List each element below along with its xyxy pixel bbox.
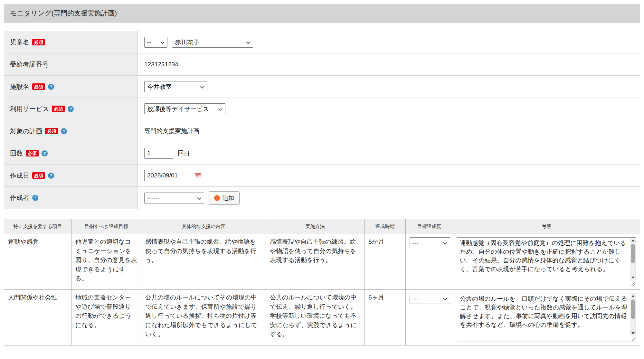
target-plan-value: 専門的支援実施計画 <box>144 127 199 135</box>
count-label: 回数 <box>10 149 23 158</box>
help-icon[interactable]: ? <box>32 195 38 201</box>
facility-select-wrap: 今井教室 <box>144 81 207 92</box>
scroll-up-button[interactable] <box>630 293 636 299</box>
plus-icon: + <box>214 195 220 201</box>
add-creator-button[interactable]: + 追加 <box>209 191 240 205</box>
scroll-down-button[interactable] <box>630 331 636 336</box>
child-name-select[interactable]: 赤川花子 <box>172 37 253 47</box>
help-icon[interactable]: ? <box>42 150 48 156</box>
target-plan-label-cell: 対象の計画 必須 ? <box>4 120 138 142</box>
help-icon[interactable]: ? <box>48 173 54 179</box>
created-date-input[interactable]: 2025/09/01 <box>144 170 204 181</box>
consideration-textarea[interactable]: 公共の場のルールを、口頭だけでなく実際にその場で伝えることで、視覚や聴覚といった… <box>457 293 636 342</box>
count-suffix: 回目 <box>178 149 190 157</box>
creator-label-cell: 作成者 ? <box>4 187 138 209</box>
child-number-select-wrap: -- <box>144 37 167 48</box>
created-date-label-cell: 作成日 必須 ? <box>4 165 138 186</box>
creator-select[interactable]: ------ <box>145 193 204 203</box>
scrollbar[interactable] <box>630 293 636 336</box>
calendar-icon[interactable] <box>195 172 201 179</box>
cert-number-label: 受給者証番号 <box>10 60 49 69</box>
header-period: 達成時期 <box>365 219 406 234</box>
header-consideration: 考察 <box>453 219 640 234</box>
table-row: 人間関係や社会性 地域の支援センターや遊び場で普段通りの行動ができるようになる。… <box>4 290 640 345</box>
cell-support-content: 感情表現や自己主張の練習。絵や物語を使って自分の気持ちを表現する活動を行う。 <box>141 234 266 290</box>
child-name-label-cell: 児童名 必須 <box>4 31 138 53</box>
support-plan-table: 特に支援を要する項目 目指すべき達成目標 具体的な支援の内容 実施方法 達成時期… <box>4 219 640 345</box>
header-support-content: 具体的な支援の内容 <box>141 219 266 234</box>
form-row-facility: 施設名 必須 ? 今井教室 <box>4 76 640 98</box>
cell-support-content: 公共の場のルールについてその環境の中で伝えていきます。保育所や施設で繰り返し行っ… <box>141 290 266 345</box>
target-plan-value-cell: 専門的支援実施計画 <box>138 120 640 142</box>
facility-select[interactable]: 今井教室 <box>145 81 207 92</box>
header-method: 実施方法 <box>266 219 365 234</box>
add-creator-label: 追加 <box>223 194 234 202</box>
scroll-down-button[interactable] <box>630 275 636 280</box>
header-goal: 目指すべき達成目標 <box>71 219 141 234</box>
scrollbar[interactable] <box>630 238 636 280</box>
cell-goal: 地域の支援センターや遊び場で普段通りの行動ができるようになる。 <box>71 290 141 345</box>
form-row-count: 回数 必須 ? 回目 <box>4 142 640 165</box>
consideration-textarea[interactable]: 運動感覚（固有受容覚や前庭覚）の処理に困難を抱えているため、自分の体の位置や動き… <box>457 237 636 286</box>
resize-grip-icon[interactable] <box>630 281 635 286</box>
consideration-text: 公共の場のルールを、口頭だけでなく実際にその場で伝えることで、視覚や聴覚といった… <box>460 295 628 340</box>
help-icon[interactable]: ? <box>68 106 74 112</box>
form-row-child-name: 児童名 必須 -- 赤川花子 <box>4 31 640 53</box>
count-label-cell: 回数 必須 ? <box>4 142 138 164</box>
scrollbar-thumb[interactable] <box>631 244 635 263</box>
help-icon[interactable]: ? <box>61 128 67 134</box>
service-select-wrap: 放課後等デイサービス <box>144 103 225 114</box>
cell-support-item: 人間関係や社会性 <box>4 290 71 345</box>
service-label-cell: 利用サービス 必須 ? <box>4 98 138 120</box>
form-row-service: 利用サービス 必須 ? 放課後等デイサービス <box>4 98 640 120</box>
form-row-cert-number: 受給者証番号 1231231234 <box>4 53 640 76</box>
required-badge: 必須 <box>32 39 45 45</box>
required-badge: 必須 <box>32 83 45 90</box>
cert-number-value-cell: 1231231234 <box>138 53 640 75</box>
service-select[interactable]: 放課後等デイサービス <box>145 104 225 114</box>
cell-support-item: 運動や感覚 <box>4 234 71 290</box>
page-title: モニタリング(専門的支援実施計画) <box>10 9 117 18</box>
scrollbar-track[interactable] <box>630 243 636 275</box>
resize-grip-icon[interactable] <box>630 336 635 341</box>
cell-period: 6か月 <box>365 234 406 290</box>
facility-label: 施設名 <box>10 82 29 91</box>
child-name-label: 児童名 <box>10 38 29 47</box>
scrollbar-track[interactable] <box>630 299 636 331</box>
table-header-row: 特に支援を要する項目 目指すべき達成目標 具体的な支援の内容 実施方法 達成時期… <box>4 219 640 234</box>
cert-number-value: 1231231234 <box>144 61 178 68</box>
created-date-value: 2025/09/01 <box>147 172 178 179</box>
achievement-select[interactable]: --- <box>410 238 450 248</box>
child-number-select[interactable]: -- <box>145 37 167 47</box>
achievement-select[interactable]: --- <box>410 293 450 304</box>
cell-consideration: 運動感覚（固有受容覚や前庭覚）の処理に困難を抱えているため、自分の体の位置や動き… <box>453 234 640 290</box>
form-row-created-date: 作成日 必須 ? 2025/09/01 <box>4 165 640 187</box>
consideration-text: 運動感覚（固有受容覚や前庭覚）の処理に困難を抱えているため、自分の体の位置や動き… <box>460 239 628 285</box>
created-date-label: 作成日 <box>10 171 29 180</box>
required-badge: 必須 <box>26 150 39 156</box>
header-support-item: 特に支援を要する項目 <box>4 219 71 234</box>
creator-value-cell: ------ + 追加 <box>138 187 640 209</box>
cert-number-label-cell: 受給者証番号 <box>4 53 138 75</box>
required-badge: 必須 <box>32 172 45 179</box>
arrow-up-icon <box>631 239 635 241</box>
help-icon[interactable]: ? <box>48 84 54 90</box>
arrow-down-icon <box>631 277 635 279</box>
form-row-creator: 作成者 ? ------ + 追加 <box>4 187 640 209</box>
header-achievement: 目標達成度 <box>406 219 453 234</box>
scrollbar-thumb[interactable] <box>631 299 635 319</box>
cell-achievement: --- <box>406 290 453 345</box>
arrow-up-icon <box>631 295 635 297</box>
child-name-value-cell: -- 赤川花子 <box>138 31 640 53</box>
cell-goal: 他児童との適切なコミュニケーションを図り、自分の意見を表現できるようにする。 <box>71 234 141 290</box>
creator-label: 作成者 <box>10 194 29 202</box>
count-input[interactable] <box>144 148 173 159</box>
creator-select-wrap: ------ <box>144 193 204 203</box>
scroll-up-button[interactable] <box>630 238 636 243</box>
service-value-cell: 放課後等デイサービス <box>138 98 640 120</box>
monitoring-form: 児童名 必須 -- 赤川花子 受給者証番号 1231231234 <box>4 31 640 209</box>
cell-consideration: 公共の場のルールを、口頭だけでなく実際にその場で伝えることで、視覚や聴覚といった… <box>453 290 640 345</box>
required-badge: 必須 <box>52 106 65 112</box>
form-row-target-plan: 対象の計画 必須 ? 専門的支援実施計画 <box>4 120 640 142</box>
facility-label-cell: 施設名 必須 ? <box>4 76 138 98</box>
